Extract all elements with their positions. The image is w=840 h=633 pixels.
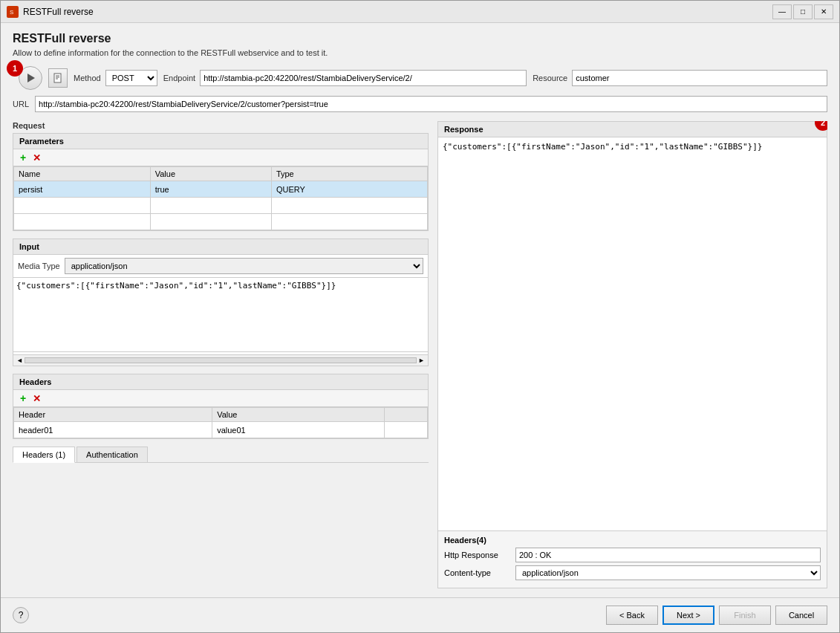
response-header: Response 2 (438, 122, 827, 137)
table-row[interactable] (14, 198, 428, 214)
delete-param-button[interactable]: ✕ (31, 152, 42, 163)
tabs-row: Headers (1) Authentication (13, 447, 429, 463)
page-title: RESTFull reverse (13, 32, 827, 45)
right-panel: Response 2 {"customers":[{"firstName":"J… (437, 121, 827, 588)
window-controls: — □ ✕ (772, 4, 833, 19)
parameters-section: Parameters + ✕ Name (13, 133, 429, 231)
finish-button[interactable]: Finish (719, 606, 771, 625)
delete-header-button[interactable]: ✕ (31, 393, 42, 403)
step1-badge: 1 (7, 60, 23, 77)
endpoint-group: Endpoint (163, 70, 527, 86)
horizontal-scrollbar: ◄ ► (13, 354, 428, 366)
response-footer: Headers(4) Http Response Content-type ap… (438, 530, 827, 588)
header-col-value: Value (212, 408, 384, 422)
headers-header: Headers (13, 374, 428, 390)
window-title: RESTFull reverse (23, 7, 772, 17)
headers-table-wrapper: Header Value header01 value01 (13, 407, 428, 438)
table-row[interactable]: persist true QUERY (14, 181, 428, 198)
col-type: Type (271, 167, 427, 181)
col-value: Value (150, 167, 271, 181)
table-row[interactable] (14, 214, 428, 230)
request-label: Request (13, 121, 429, 130)
resource-label: Resource (533, 74, 567, 82)
tab-authentication[interactable]: Authentication (76, 447, 148, 462)
response-label: Response (444, 125, 484, 134)
media-type-select[interactable]: application/json application/xml text/pl… (65, 258, 423, 274)
content-type-select[interactable]: application/json application/xml text/pl… (515, 565, 821, 580)
app-icon: S (7, 6, 19, 18)
page-subtitle: Allow to define information for the conn… (13, 48, 827, 57)
input-header: Input (13, 239, 428, 255)
next-button[interactable]: Next > (662, 606, 714, 625)
http-response-label: Http Response (444, 551, 511, 559)
cancel-button[interactable]: Cancel (775, 606, 827, 625)
method-group: Method POST GET PUT DELETE (74, 70, 157, 86)
url-row: URL (13, 96, 827, 112)
response-body[interactable]: {"customers":[{"firstName":"Jason","id":… (438, 137, 827, 530)
endpoint-input[interactable] (200, 70, 527, 86)
param-name-empty (14, 198, 151, 214)
minimize-button[interactable]: — (772, 4, 792, 19)
param-value-empty2 (150, 214, 271, 230)
scroll-track[interactable] (25, 357, 417, 363)
param-name: persist (14, 181, 151, 198)
method-label: Method (74, 74, 101, 82)
step2-badge: 2 (815, 121, 827, 131)
input-section: Input Media Type application/json applic… (13, 238, 429, 366)
col-name: Name (14, 167, 151, 181)
url-label: URL (13, 100, 29, 108)
svg-rect-2 (54, 74, 61, 82)
add-header-button[interactable]: + (18, 393, 28, 403)
help-icon: ? (19, 610, 24, 620)
media-type-label: Media Type (18, 262, 60, 270)
doc-icon (53, 73, 63, 83)
url-input[interactable] (35, 96, 827, 112)
header-col-name: Header (14, 408, 212, 422)
header-value: value01 (212, 422, 384, 438)
main-content: Request Parameters + ✕ (13, 121, 827, 588)
endpoint-label: Endpoint (163, 74, 195, 82)
main-window: S RESTFull reverse — □ ✕ RESTFull revers… (0, 0, 840, 633)
svg-text:S: S (10, 9, 13, 16)
close-button[interactable]: ✕ (814, 4, 833, 19)
http-response-row: Http Response (444, 548, 821, 562)
params-toolbar: + ✕ (13, 149, 428, 166)
param-type-empty2 (271, 214, 427, 230)
maximize-button[interactable]: □ (793, 4, 813, 19)
delete-icon: ✕ (33, 152, 41, 163)
method-select[interactable]: POST GET PUT DELETE (105, 70, 157, 86)
response-headers-label: Headers(4) (444, 536, 821, 545)
scroll-right-button[interactable]: ► (418, 357, 425, 364)
content-area: RESTFull reverse Allow to define informa… (1, 23, 839, 597)
bottom-bar: ? < Back Next > Finish Cancel (1, 597, 839, 632)
param-value-empty (150, 198, 271, 214)
help-button[interactable]: ? (13, 607, 29, 623)
param-type-empty (271, 198, 427, 214)
http-response-field[interactable] (515, 548, 821, 562)
param-type: QUERY (271, 181, 427, 198)
response-section: Response 2 {"customers":[{"firstName":"J… (437, 121, 827, 588)
back-button[interactable]: < Back (606, 606, 658, 625)
input-body[interactable]: {"customers":[{"firstName":"Jason","id":… (13, 278, 428, 352)
request-section: Request Parameters + ✕ (13, 121, 429, 231)
scroll-left-button[interactable]: ◄ (16, 357, 23, 364)
table-row[interactable]: header01 value01 (14, 422, 428, 438)
content-type-label: Content-type (444, 568, 511, 577)
headers-table: Header Value header01 value01 (13, 407, 428, 438)
resource-group: Resource (533, 70, 827, 86)
headers-toolbar: + ✕ (13, 390, 428, 407)
tab-headers[interactable]: Headers (1) (13, 447, 75, 463)
add-param-button[interactable]: + (18, 152, 28, 163)
toolbar-row: 1 Method POST GET PUT D (13, 66, 827, 90)
header-extra (384, 422, 427, 438)
resource-input[interactable] (572, 70, 827, 86)
doc-button[interactable] (48, 68, 68, 88)
params-table: Name Value Type persist true (13, 166, 428, 230)
title-bar: S RESTFull reverse — □ ✕ (1, 1, 839, 23)
header-col-extra (384, 408, 427, 422)
left-panel: Request Parameters + ✕ (13, 121, 429, 588)
header-delete-icon: ✕ (33, 393, 41, 404)
parameters-header: Parameters (13, 134, 428, 149)
param-value: true (150, 181, 271, 198)
play-icon (27, 74, 35, 82)
